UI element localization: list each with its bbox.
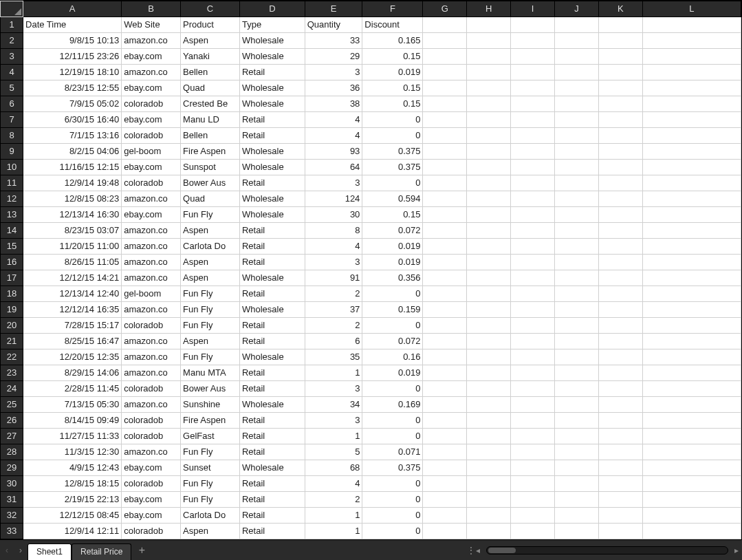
cell[interactable] [598,460,642,476]
cell[interactable]: ebay.com [122,80,181,96]
cell[interactable] [511,286,555,302]
row-header[interactable]: 16 [1,255,23,270]
cell[interactable]: Carlota Do [181,239,240,255]
cell[interactable]: coloradob [122,524,181,539]
cell[interactable] [642,191,741,207]
cell[interactable]: Retail [239,175,305,191]
row-header[interactable]: 5 [1,80,23,96]
select-all-corner[interactable] [1,1,23,17]
add-sheet-button[interactable]: + [131,540,152,560]
cell[interactable] [423,334,467,349]
cell[interactable] [642,160,741,175]
row-header[interactable]: 7 [1,112,23,128]
cell[interactable]: Retail [239,223,305,239]
cell[interactable]: Wholesale [239,144,305,160]
cell[interactable]: 11/3/15 12:30 [23,444,122,460]
column-header-G[interactable]: G [423,1,467,17]
cell[interactable] [598,302,642,318]
cell[interactable] [423,508,467,524]
cell[interactable]: 1 [305,524,362,539]
cell[interactable] [423,381,467,397]
cell[interactable] [511,112,555,128]
cell[interactable]: Fun Fly [181,349,240,365]
row-header[interactable]: 6 [1,96,23,112]
cell[interactable]: 1 [305,429,362,444]
cell[interactable]: Wholesale [239,160,305,175]
column-header-E[interactable]: E [305,1,362,17]
cell[interactable]: 29 [305,49,362,65]
cell[interactable] [598,96,642,112]
cell[interactable]: Aspen [181,334,240,349]
cell[interactable]: Retail [239,286,305,302]
cell[interactable]: Wholesale [239,270,305,286]
cell[interactable]: 0.15 [362,96,423,112]
cell[interactable]: amazon.co [122,302,181,318]
cell[interactable] [598,508,642,524]
cell[interactable] [598,80,642,96]
cell[interactable]: 12/12/15 08:45 [23,508,122,524]
cell[interactable]: 3 [305,175,362,191]
cell[interactable] [467,460,511,476]
cell[interactable]: 1 [305,365,362,381]
cell[interactable]: amazon.co [122,444,181,460]
cell[interactable] [555,524,599,539]
cell[interactable]: 0 [362,128,423,144]
cell[interactable]: 38 [305,96,362,112]
cell[interactable] [467,349,511,365]
cell[interactable] [467,270,511,286]
cell[interactable]: 0 [362,492,423,508]
cell[interactable] [511,429,555,444]
cell[interactable]: Date Time [23,17,122,33]
column-header-K[interactable]: K [598,1,642,17]
cell[interactable] [555,270,599,286]
cell[interactable]: Wholesale [239,33,305,49]
cell[interactable] [423,49,467,65]
cell[interactable]: 36 [305,80,362,96]
row-header[interactable]: 13 [1,207,23,223]
cell[interactable]: Retail [239,128,305,144]
cell[interactable] [642,460,741,476]
cell[interactable]: 12/9/14 19:48 [23,175,122,191]
cell[interactable] [598,175,642,191]
cell[interactable]: amazon.co [122,270,181,286]
cell[interactable]: 12/20/15 12:35 [23,349,122,365]
cell[interactable] [555,349,599,365]
cell[interactable] [423,65,467,80]
cell[interactable] [555,460,599,476]
column-header-C[interactable]: C [181,1,240,17]
hscroll-track[interactable] [486,546,728,554]
cell[interactable] [511,65,555,80]
cell[interactable]: Aspen [181,255,240,270]
cell[interactable] [467,128,511,144]
cell[interactable]: 12/13/14 16:30 [23,207,122,223]
cell[interactable] [555,492,599,508]
cell[interactable] [642,112,741,128]
cell[interactable]: 0.159 [362,302,423,318]
cell[interactable]: 2/19/15 22:13 [23,492,122,508]
cell[interactable] [555,429,599,444]
cell[interactable] [642,239,741,255]
cell[interactable] [555,65,599,80]
cell[interactable] [555,96,599,112]
cell[interactable] [598,239,642,255]
cell[interactable]: Fun Fly [181,207,240,223]
cell[interactable]: Fire Aspen [181,144,240,160]
cell[interactable]: Bellen [181,128,240,144]
cell[interactable] [598,318,642,334]
cell[interactable] [642,286,741,302]
cell[interactable]: 4 [305,476,362,492]
cell[interactable] [555,302,599,318]
cell[interactable] [555,365,599,381]
column-header-F[interactable]: F [362,1,423,17]
hscroll-split-icon[interactable]: ⋮ [467,546,472,555]
cell[interactable] [467,144,511,160]
cell[interactable] [467,223,511,239]
cell[interactable]: Retail [239,112,305,128]
cell[interactable]: Fun Fly [181,492,240,508]
cell[interactable] [555,128,599,144]
row-header[interactable]: 1 [1,17,23,33]
cell[interactable]: 4/9/15 12:43 [23,460,122,476]
cell[interactable] [511,460,555,476]
cell[interactable]: amazon.co [122,255,181,270]
cell[interactable]: 2 [305,492,362,508]
